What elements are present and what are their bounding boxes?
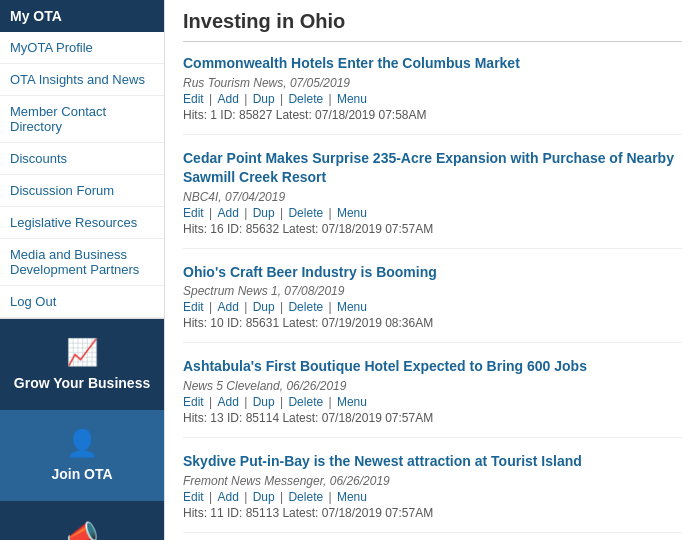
news-title[interactable]: Commonwealth Hotels Enter the Columbus M… [183, 54, 682, 74]
news-item: Ashtabula's First Boutique Hotel Expecte… [183, 357, 682, 438]
action-separator: | [325, 395, 335, 409]
news-actions: Edit | Add | Dup | Delete | Menu [183, 300, 682, 314]
join-icon: 👤 [66, 428, 98, 459]
action-separator: | [277, 395, 287, 409]
action-separator: | [206, 395, 216, 409]
sidebar-item-discussion-forum[interactable]: Discussion Forum [0, 175, 164, 207]
action-separator: | [206, 92, 216, 106]
action-separator: | [277, 92, 287, 106]
action-delete[interactable]: Delete [288, 490, 323, 504]
news-hits: Hits: 1 ID: 85827 Latest: 07/18/2019 07:… [183, 108, 682, 122]
news-title[interactable]: Skydive Put-in-Bay is the Newest attract… [183, 452, 682, 472]
action-separator: | [277, 206, 287, 220]
news-source: NBC4I, 07/04/2019 [183, 190, 682, 204]
sidebar-title: My OTA [0, 0, 164, 32]
news-hits: Hits: 13 ID: 85114 Latest: 07/18/2019 07… [183, 411, 682, 425]
cta-grow-block[interactable]: 📈 Grow Your Business [0, 319, 164, 410]
action-delete[interactable]: Delete [288, 395, 323, 409]
action-separator: | [206, 206, 216, 220]
action-edit[interactable]: Edit [183, 206, 204, 220]
action-menu[interactable]: Menu [337, 92, 367, 106]
news-source: Rus Tourism News, 07/05/2019 [183, 76, 682, 90]
news-item: Skydive Put-in-Bay is the Newest attract… [183, 452, 682, 533]
sidebar-item-log-out[interactable]: Log Out [0, 286, 164, 318]
news-list: Commonwealth Hotels Enter the Columbus M… [183, 54, 682, 540]
action-separator: | [241, 92, 251, 106]
action-edit[interactable]: Edit [183, 92, 204, 106]
action-menu[interactable]: Menu [337, 490, 367, 504]
news-actions: Edit | Add | Dup | Delete | Menu [183, 395, 682, 409]
sidebar: My OTA MyOTA ProfileOTA Insights and New… [0, 0, 165, 540]
news-title[interactable]: Ashtabula's First Boutique Hotel Expecte… [183, 357, 682, 377]
action-delete[interactable]: Delete [288, 92, 323, 106]
action-dup[interactable]: Dup [253, 300, 275, 314]
sidebar-item-myota-profile[interactable]: MyOTA Profile [0, 32, 164, 64]
cta-grow-label: Grow Your Business [14, 374, 150, 392]
sidebar-item-ota-insights-and-news[interactable]: OTA Insights and News [0, 64, 164, 96]
cta-join-label: Join OTA [51, 465, 112, 483]
news-item: Commonwealth Hotels Enter the Columbus M… [183, 54, 682, 135]
grow-icon: 📈 [66, 337, 98, 368]
cta-voice-block[interactable]: 📣 Be a Voice for Change [0, 501, 164, 540]
news-actions: Edit | Add | Dup | Delete | Menu [183, 490, 682, 504]
action-edit[interactable]: Edit [183, 395, 204, 409]
news-item: Cedar Point Makes Surprise 235-Acre Expa… [183, 149, 682, 249]
news-source: Spectrum News 1, 07/08/2019 [183, 284, 682, 298]
action-dup[interactable]: Dup [253, 92, 275, 106]
sidebar-item-legislative-resources[interactable]: Legislative Resources [0, 207, 164, 239]
action-separator: | [325, 300, 335, 314]
action-separator: | [241, 395, 251, 409]
action-separator: | [277, 490, 287, 504]
main-content: Investing in Ohio Commonwealth Hotels En… [165, 0, 700, 540]
action-separator: | [325, 490, 335, 504]
action-dup[interactable]: Dup [253, 490, 275, 504]
action-separator: | [206, 300, 216, 314]
action-add[interactable]: Add [217, 395, 238, 409]
sidebar-item-member-contact-directory[interactable]: Member Contact Directory [0, 96, 164, 143]
sidebar-nav: MyOTA ProfileOTA Insights and NewsMember… [0, 32, 164, 319]
news-actions: Edit | Add | Dup | Delete | Menu [183, 92, 682, 106]
action-add[interactable]: Add [217, 92, 238, 106]
news-hits: Hits: 16 ID: 85632 Latest: 07/18/2019 07… [183, 222, 682, 236]
action-separator: | [277, 300, 287, 314]
action-separator: | [206, 490, 216, 504]
news-title[interactable]: Cedar Point Makes Surprise 235-Acre Expa… [183, 149, 682, 188]
news-title[interactable]: Ohio's Craft Beer Industry is Booming [183, 263, 682, 283]
sidebar-item-media-and-business-development-partners[interactable]: Media and Business Development Partners [0, 239, 164, 286]
action-menu[interactable]: Menu [337, 300, 367, 314]
news-item: Ohio's Craft Beer Industry is BoomingSpe… [183, 263, 682, 344]
action-separator: | [241, 300, 251, 314]
action-delete[interactable]: Delete [288, 206, 323, 220]
action-edit[interactable]: Edit [183, 300, 204, 314]
action-dup[interactable]: Dup [253, 206, 275, 220]
action-edit[interactable]: Edit [183, 490, 204, 504]
action-add[interactable]: Add [217, 300, 238, 314]
action-add[interactable]: Add [217, 206, 238, 220]
action-delete[interactable]: Delete [288, 300, 323, 314]
action-menu[interactable]: Menu [337, 395, 367, 409]
action-separator: | [241, 206, 251, 220]
action-add[interactable]: Add [217, 490, 238, 504]
action-separator: | [241, 490, 251, 504]
news-hits: Hits: 11 ID: 85113 Latest: 07/18/2019 07… [183, 506, 682, 520]
sidebar-item-discounts[interactable]: Discounts [0, 143, 164, 175]
voice-icon: 📣 [66, 519, 98, 540]
news-source: News 5 Cleveland, 06/26/2019 [183, 379, 682, 393]
action-separator: | [325, 206, 335, 220]
action-dup[interactable]: Dup [253, 395, 275, 409]
news-actions: Edit | Add | Dup | Delete | Menu [183, 206, 682, 220]
news-source: Fremont News Messenger, 06/26/2019 [183, 474, 682, 488]
cta-join-block[interactable]: 👤 Join OTA [0, 410, 164, 501]
action-menu[interactable]: Menu [337, 206, 367, 220]
action-separator: | [325, 92, 335, 106]
page-title: Investing in Ohio [183, 10, 682, 42]
news-hits: Hits: 10 ID: 85631 Latest: 07/19/2019 08… [183, 316, 682, 330]
